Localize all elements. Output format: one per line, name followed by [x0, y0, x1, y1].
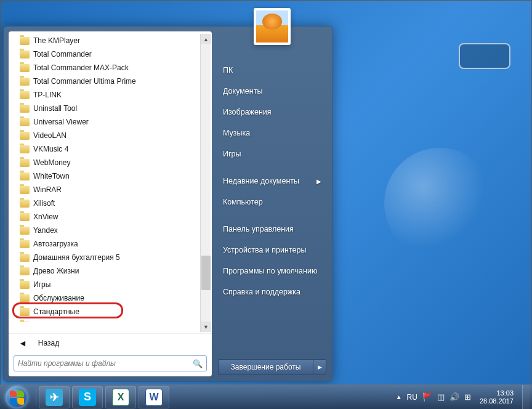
- menu-label: Устройства и принтеры: [223, 246, 306, 254]
- program-folder-item[interactable]: Total Commander MAX-Pack: [11, 61, 211, 75]
- program-label: Total Commander Ultima Prime: [33, 77, 136, 86]
- program-folder-item[interactable]: VideoLAN: [11, 129, 211, 142]
- taskbar: ✈ S X W ▲ RU 🚩 ◫ 🔊 ⊞ 13:03 28.08.2017: [0, 384, 532, 409]
- menu-label: Недавние документы: [223, 177, 299, 185]
- program-folder-item[interactable]: Total Commander: [11, 47, 211, 61]
- menu-item[interactable]: Устройства и принтеры: [220, 240, 328, 261]
- word-icon: W: [145, 389, 163, 406]
- shutdown-button[interactable]: Завершение работы: [218, 359, 313, 375]
- program-folder-item[interactable]: Автозагрузка: [11, 237, 211, 251]
- menu-item[interactable]: Документы: [220, 81, 328, 102]
- user-avatar[interactable]: [254, 8, 291, 45]
- program-label: Xilisoft: [33, 199, 55, 208]
- scrollbar[interactable]: ▲ ▼: [200, 34, 211, 332]
- search-icon: 🔍: [193, 359, 203, 368]
- menu-item[interactable]: ПК: [220, 60, 328, 81]
- program-folder-item[interactable]: VKMusic 4: [11, 142, 211, 156]
- menu-label: Программы по умолчанию: [223, 267, 317, 275]
- language-indicator[interactable]: RU: [407, 393, 417, 402]
- program-folder-item[interactable]: Universal Viewer: [11, 115, 211, 129]
- desktop[interactable]: The KMPlayerTotal CommanderTotal Command…: [0, 0, 532, 409]
- program-label: Древо Жизни: [33, 267, 79, 275]
- menu-label: Игры: [223, 150, 241, 158]
- program-folder-item[interactable]: TP-LINK: [11, 88, 211, 102]
- program-label: Universal Viewer: [33, 118, 89, 126]
- program-folder-item[interactable]: WebMoney: [11, 156, 211, 169]
- volume-icon[interactable]: 🔊: [449, 392, 459, 402]
- tray-overflow-button[interactable]: ▲: [396, 394, 402, 400]
- telegram-icon: ✈: [46, 389, 63, 406]
- program-folder-item[interactable]: Total Commander Ultima Prime: [11, 75, 211, 88]
- program-folder-item[interactable]: Древо Жизни: [11, 264, 211, 278]
- folder-icon: [20, 105, 30, 113]
- shutdown-options-button[interactable]: ▶: [313, 359, 326, 375]
- start-menu: The KMPlayerTotal CommanderTotal Command…: [3, 26, 333, 382]
- folder-icon: [20, 267, 30, 275]
- folder-icon: [20, 240, 30, 248]
- program-label: Домашняя бухгалтерия 5: [33, 253, 120, 262]
- start-menu-right-panel: ПКДокументыИзображенияМузыкаИгры Недавни…: [212, 26, 332, 381]
- scroll-thumb[interactable]: [201, 256, 211, 290]
- program-folder-item[interactable]: WinRAR: [11, 183, 211, 196]
- scroll-up-button[interactable]: ▲: [201, 34, 211, 44]
- folder-icon: [20, 254, 30, 262]
- back-arrow-icon: ◄: [18, 338, 27, 348]
- taskbar-app-telegram[interactable]: ✈: [39, 386, 70, 408]
- folder-icon: [20, 213, 30, 221]
- show-desktop-button[interactable]: [522, 385, 530, 410]
- taskbar-app-word[interactable]: W: [139, 386, 169, 408]
- program-folder-item[interactable]: Домашняя бухгалтерия 5: [11, 251, 211, 264]
- taskbar-app-excel[interactable]: X: [105, 386, 136, 408]
- program-label: WinRAR: [33, 185, 62, 194]
- menu-item[interactable]: Изображения: [220, 102, 328, 123]
- windows-logo-icon: [6, 386, 28, 408]
- program-folder-item[interactable]: Xilisoft: [11, 196, 211, 210]
- menu-item[interactable]: Справка и поддержка: [220, 281, 328, 302]
- program-label: Игры: [33, 280, 50, 289]
- menu-item-recent-documents[interactable]: Недавние документы ▶: [220, 171, 328, 192]
- menu-item[interactable]: Игры: [220, 144, 328, 164]
- folder-icon: [20, 294, 30, 302]
- program-folder-item[interactable]: Обслуживание: [11, 291, 211, 305]
- menu-label: ПК: [223, 66, 233, 75]
- taskbar-separator: [36, 389, 36, 406]
- action-center-icon[interactable]: ⊞: [464, 392, 471, 402]
- program-folder-item[interactable]: Uninstall Tool: [11, 102, 211, 115]
- clock-time: 13:03: [480, 389, 514, 397]
- program-label: VKMusic 4: [33, 145, 68, 153]
- program-folder-item[interactable]: Yandex: [11, 224, 211, 237]
- program-label: Автозагрузка: [33, 240, 78, 248]
- program-folder-item[interactable]: WhiteTown: [11, 169, 211, 183]
- skype-icon: S: [79, 389, 96, 406]
- folder-icon: [20, 145, 30, 153]
- menu-item[interactable]: Музыка: [220, 123, 328, 144]
- folder-icon: [20, 200, 30, 208]
- program-folder-item[interactable]: Игры: [11, 278, 211, 291]
- menu-label: Справка и поддержка: [223, 288, 300, 296]
- program-label: Uninstall Tool: [33, 104, 77, 113]
- program-folder-item[interactable]: Яндекс: [11, 318, 211, 322]
- search-box[interactable]: 🔍: [14, 355, 207, 371]
- program-label: TP-LINK: [33, 91, 62, 99]
- network-icon[interactable]: ◫: [437, 392, 445, 402]
- taskbar-app-skype[interactable]: S: [72, 386, 103, 408]
- scroll-down-button[interactable]: ▼: [201, 322, 211, 332]
- back-button[interactable]: ◄ Назад: [9, 333, 212, 352]
- program-folder-item[interactable]: XnView: [11, 210, 211, 224]
- menu-item-computer[interactable]: Компьютер: [220, 192, 328, 213]
- taskbar-clock[interactable]: 13:03 28.08.2017: [476, 389, 517, 405]
- folder-icon: [20, 132, 30, 140]
- program-folder-item[interactable]: Стандартные: [11, 305, 211, 318]
- search-input[interactable]: [18, 359, 193, 368]
- program-folder-item[interactable]: The KMPlayer: [11, 34, 211, 47]
- start-button[interactable]: [0, 385, 33, 410]
- menu-item[interactable]: Панель управления: [220, 219, 328, 240]
- menu-item[interactable]: Программы по умолчанию: [220, 261, 328, 281]
- submenu-arrow-icon: ▶: [316, 178, 321, 185]
- flag-icon[interactable]: 🚩: [422, 392, 432, 402]
- menu-label: Панель управления: [223, 225, 294, 233]
- program-label: Обслуживание: [33, 294, 84, 302]
- folder-icon: [20, 51, 30, 59]
- system-tray: ▲ RU 🚩 ◫ 🔊 ⊞ 13:03 28.08.2017: [396, 385, 532, 409]
- program-label: Yandex: [33, 226, 58, 235]
